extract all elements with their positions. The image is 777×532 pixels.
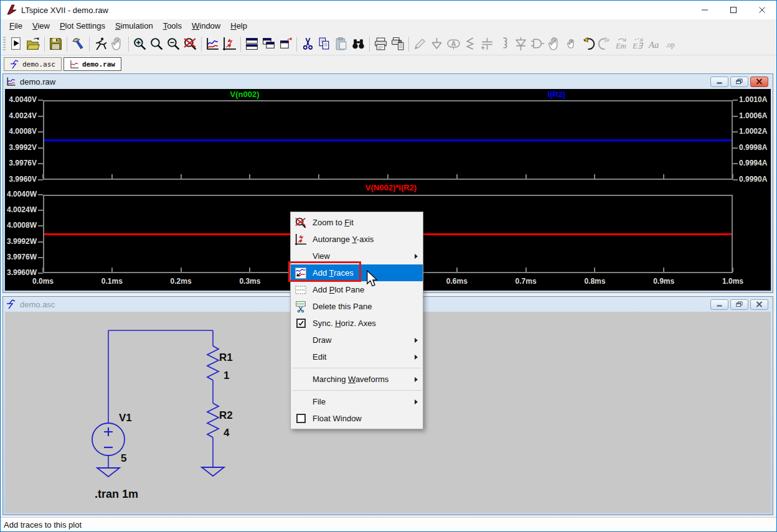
menu-item-label: Add Plot Pane xyxy=(313,285,364,294)
menu-simulation[interactable]: Simulation xyxy=(110,19,158,33)
zoom-in-icon[interactable] xyxy=(131,35,148,52)
title-bar[interactable]: LTspice XVII - demo.raw xyxy=(1,1,776,19)
schematic-restore-button[interactable] xyxy=(730,299,748,310)
waveform-window-icon xyxy=(6,77,16,86)
trace-legend-v-n002[interactable]: V(n002) xyxy=(192,90,298,99)
x-axis-tick xyxy=(456,268,458,272)
resistor-r1-symbol[interactable] xyxy=(207,346,219,380)
hand-icon xyxy=(563,35,580,52)
schematic-label-v1-value[interactable]: 5 xyxy=(121,452,126,465)
cut-icon[interactable] xyxy=(299,35,316,52)
resistor-icon xyxy=(462,35,479,52)
y-axis-tick xyxy=(38,241,43,243)
annotation-red-box xyxy=(288,261,361,282)
menu-tools[interactable]: Tools xyxy=(158,19,187,33)
ground-icon xyxy=(428,35,445,52)
x-axis-tick xyxy=(111,174,113,179)
open-icon[interactable] xyxy=(25,35,42,52)
svg-text:A: A xyxy=(451,40,456,47)
menu-help[interactable]: Help xyxy=(225,19,252,33)
autorange-y-icon[interactable] xyxy=(221,35,238,52)
y-axis-tick xyxy=(38,131,43,133)
zoom-out-icon[interactable] xyxy=(165,35,182,52)
schematic-label-directive[interactable]: .tran 1m xyxy=(95,488,138,501)
print-icon[interactable] xyxy=(372,35,389,52)
cascade-windows-icon[interactable] xyxy=(260,35,277,52)
print-preview-icon[interactable] xyxy=(389,35,406,52)
text-icon: Aa xyxy=(647,35,664,52)
status-bar: Add traces to this plot xyxy=(1,517,776,531)
copy-icon[interactable] xyxy=(316,35,333,52)
schematic-label-v1-name[interactable]: V1 xyxy=(119,412,132,424)
undo-icon[interactable] xyxy=(580,35,596,52)
drag-icon: E∃ xyxy=(630,35,647,52)
schematic-label-r1-name[interactable]: R1 xyxy=(219,352,233,364)
zoom-fit-icon[interactable] xyxy=(182,35,199,52)
control-panel-icon[interactable] xyxy=(70,35,87,52)
find-icon[interactable] xyxy=(350,35,367,52)
menu-item-label: Sync. Horiz. Axes xyxy=(313,319,376,328)
toolbar-grip[interactable] xyxy=(3,37,6,52)
y-axis-label: 4.0024V xyxy=(6,111,37,120)
toolbar-separator xyxy=(369,37,370,52)
toolbar-separator xyxy=(67,37,67,52)
context-item-autorange-y-axis[interactable]: Autorange Y-axis xyxy=(291,231,423,248)
y-axis-label: 4.0008W xyxy=(6,221,37,230)
ground-r2-icon[interactable] xyxy=(202,467,224,476)
context-item-draw[interactable]: Draw xyxy=(291,332,423,348)
schematic-close-button[interactable] xyxy=(750,299,768,310)
waveform-window-controls xyxy=(710,77,770,87)
x-axis-tick xyxy=(732,174,733,179)
tile-horizontal-icon[interactable] xyxy=(243,35,260,52)
activate-window-icon[interactable] xyxy=(277,35,294,52)
context-item-sync-horiz-axes[interactable]: Sync. Horiz. Axes xyxy=(291,315,423,332)
y-axis-label: 1.0002A xyxy=(739,127,767,136)
x-axis-label: 0.6ms xyxy=(437,277,477,286)
context-item-file[interactable]: File xyxy=(291,393,423,410)
schematic-label-r2-value[interactable]: 4 xyxy=(224,427,229,439)
save-icon[interactable] xyxy=(47,35,64,52)
context-item-marching-waveforms[interactable]: Marching Waveforms xyxy=(291,371,423,388)
move-icon: Em xyxy=(613,35,630,52)
context-item-add-plot-pane[interactable]: Add Plot Pane xyxy=(291,281,423,298)
ground-v1-icon[interactable] xyxy=(97,468,120,477)
schematic-label-r1-value[interactable]: 1 xyxy=(224,370,229,382)
context-item-float-window[interactable]: Float Window xyxy=(291,410,423,427)
context-item-edit[interactable]: Edit xyxy=(291,348,423,365)
y-axis-tick xyxy=(38,100,43,101)
context-item-delete-this-pane[interactable]: Delete this Pane xyxy=(291,298,423,315)
menu-view[interactable]: View xyxy=(27,19,55,33)
plot-close-button[interactable] xyxy=(750,77,768,87)
voltage-source-v1[interactable] xyxy=(92,423,125,455)
close-button[interactable] xyxy=(748,1,776,19)
waveform-pane-icon[interactable] xyxy=(204,35,221,52)
mdi-area: demo.raw V(n002)I(R2)4.0040V4.0024V4.000… xyxy=(1,71,776,517)
menu-item-label: Marching Waveforms xyxy=(313,375,388,384)
trace-legend-v-n002-i-r2[interactable]: V(N002)*I(R2) xyxy=(338,183,444,192)
zoom-box-icon[interactable] xyxy=(148,35,165,52)
x-axis-label: 0.8ms xyxy=(575,277,615,286)
tab-demo-raw[interactable]: demo.raw xyxy=(64,57,121,71)
plot-restore-button[interactable] xyxy=(730,77,748,87)
trace-legend-i-r2[interactable]: I(R2) xyxy=(504,90,610,99)
y-axis-label: 3.9976V xyxy=(6,159,37,167)
menu-window[interactable]: Window xyxy=(187,19,225,33)
resistor-r2-symbol[interactable] xyxy=(207,403,219,437)
halt-icon[interactable] xyxy=(92,35,109,52)
schematic-window-title: demo.asc xyxy=(20,300,55,309)
menu-item-label: Draw xyxy=(313,335,331,345)
tab-demo-asc[interactable]: demo.asc xyxy=(4,57,62,71)
zoom-fit-icon xyxy=(293,217,309,229)
menu-plot-settings[interactable]: Plot Settings xyxy=(55,19,110,33)
schematic-label-r2-name[interactable]: R2 xyxy=(219,409,233,422)
context-item-zoom-to-fit[interactable]: Zoom to Fit xyxy=(291,214,423,231)
maximize-button[interactable] xyxy=(719,1,748,19)
schematic-window-controls xyxy=(710,299,770,310)
menu-file[interactable]: File xyxy=(4,19,27,33)
run-icon[interactable] xyxy=(8,35,25,52)
minimize-button[interactable] xyxy=(690,1,719,19)
waveform-window-titlebar[interactable]: demo.raw xyxy=(3,74,773,89)
mouse-cursor-icon xyxy=(365,270,379,289)
schematic-minimize-button[interactable] xyxy=(710,299,728,310)
plot-minimize-button[interactable] xyxy=(710,77,728,87)
